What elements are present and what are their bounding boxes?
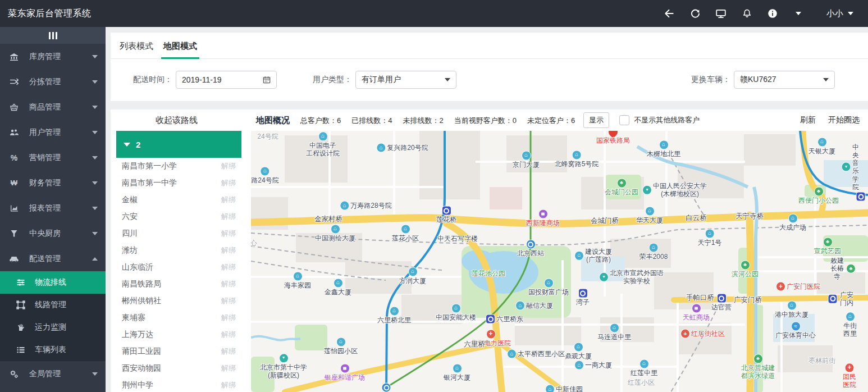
sidebar-item-users[interactable]: 用户管理 [0,120,106,145]
central-kitchen-icon [9,229,19,239]
bell-icon[interactable] [741,8,752,19]
unbind-button[interactable]: 解绑 [221,380,236,390]
customer-row: 郴州供销社解绑 [116,293,241,309]
user-type-label: 用户类型： [313,75,352,85]
unbind-button[interactable]: 解绑 [221,296,236,306]
map-stat: 已排线数：4 [351,116,392,125]
user-type-value: 有订单用户 [362,75,445,85]
change-vehicle-label: 更换车辆： [691,75,730,85]
unbind-button[interactable]: 解绑 [221,178,236,188]
chevron-down-icon [92,131,98,134]
start-select-button[interactable]: 开始圈选 [828,115,860,125]
customer-name: 金椒 [122,195,221,205]
chevron-down-icon [92,55,98,58]
sidebar-item-reports[interactable]: 报表管理 [0,195,106,221]
delivery-date-value: 2019-11-19 [182,75,263,84]
customer-name: 上海万达 [122,330,221,340]
delivery-date-input[interactable]: 2019-11-19 [176,71,277,89]
sidebar-item-marketing[interactable]: % 营销管理 [0,145,106,170]
unbind-button[interactable]: 解绑 [221,212,236,222]
customer-row: 柬埔寨解绑 [116,309,241,326]
content-toolbar: 收起该路线 地图概况 总客户数：6已排线数：4未排线数：2当前视野客户数：0未定… [111,110,868,131]
unbind-button[interactable]: 解绑 [221,229,236,239]
customer-list: 南昌市第一小学解绑南昌市第一中学解绑金椒解绑六安解绑四川解绑潍坊解绑山东临沂解绑… [111,158,243,392]
customer-row: 南昌市第一小学解绑 [116,158,241,175]
sidebar-item-line-management[interactable]: 线路管理 [0,294,106,316]
map-canvas[interactable]: 24号院中国电子 工程设计院复兴路20号院路24号院万寿路28号院金家村桥莲花桥… [251,131,868,392]
customer-name: 郴州供销社 [122,296,221,306]
app-title: 菜东家后台管理系统 [8,8,92,20]
sidebar-menu: 库房管理 分拣管理 商品管理 用户管理 % 营销管理 ₩ 财务管理 报表管理 中… [0,44,106,386]
unbind-button[interactable]: 解绑 [221,347,236,357]
unbind-button[interactable]: 解绑 [221,245,236,256]
unbind-button[interactable]: 解绑 [221,330,236,340]
refresh-map-button[interactable]: 刷新 [800,115,816,125]
user-type-select[interactable]: 有订单用户 [355,71,456,89]
unbind-button[interactable]: 解绑 [221,161,236,171]
sidebar-item-capacity-monitor[interactable]: 运力监测 [0,316,106,339]
sidebar-item-warehouse[interactable]: 库房管理 [0,44,106,69]
customer-row: 荆州中学解绑 [116,377,241,392]
tab-map-mode[interactable]: 地图模式 [161,41,199,58]
route-group-header[interactable]: 2 [116,131,241,158]
customer-name: 山东临沂 [122,262,221,272]
delivery-date-label: 配送时间： [133,75,172,85]
delivery-submenu: 物流排线 线路管理 运力监测 车辆列表 [0,271,106,361]
show-button[interactable]: 显示 [583,112,609,128]
map-stat: 总客户数：6 [300,116,341,125]
calendar-icon [263,76,271,84]
customer-name: 潍坊 [122,245,221,256]
chevron-down-icon [848,12,853,15]
monitor-icon[interactable] [715,8,727,19]
customer-row: 六安解绑 [116,208,241,225]
customer-row: 南昌市第一中学解绑 [116,175,241,192]
view-mode-tabs: 列表模式 地图模式 [111,33,868,59]
route-panel: 2 南昌市第一小学解绑南昌市第一中学解绑金椒解绑六安解绑四川解绑潍坊解绑山东临沂… [111,131,243,392]
chevron-down-icon [92,80,98,84]
chevron-down-icon [124,143,130,147]
customer-row: 金椒解绑 [116,192,241,208]
sidebar-item-delivery[interactable]: 配送管理 [0,246,106,271]
refresh-icon[interactable] [689,8,701,19]
line-management-icon [16,300,26,310]
back-arrow-icon[interactable] [664,8,675,19]
customer-row: 莆田工业园解绑 [116,343,241,360]
unbind-button[interactable]: 解绑 [221,195,236,205]
chevron-up-icon [92,257,98,261]
hide-other-routes-checkbox[interactable] [619,115,629,125]
delivery-icon [9,254,19,264]
sidebar-item-sorting[interactable]: 分拣管理 [0,69,106,94]
chevron-down-icon [92,207,98,210]
map-stat: 未排线数：2 [403,116,443,125]
sidebar-item-vehicle-list[interactable]: 车辆列表 [0,339,106,361]
sidebar-item-finance[interactable]: ₩ 财务管理 [0,170,106,195]
chevron-down-icon [92,156,98,159]
sidebar-item-global[interactable]: 全局管理 [0,361,106,386]
change-vehicle-value: 赣KU7627 [740,75,823,85]
chevron-down-icon [823,78,829,81]
customer-name: 莆田工业园 [122,347,221,357]
warehouse-icon [9,52,19,62]
unbind-button[interactable]: 解绑 [221,262,236,272]
collapse-route-button[interactable]: 收起该路线 [111,115,243,126]
tab-list-mode[interactable]: 列表模式 [117,41,156,58]
info-icon[interactable] [767,8,778,19]
unbind-button[interactable]: 解绑 [221,363,236,373]
marketing-icon: % [9,153,19,163]
top-header: 菜东家后台管理系统 小小 [0,0,868,27]
filter-row: 配送时间： 2019-11-19 用户类型： 有订单用户 更换车辆： 赣KU76… [111,69,868,91]
sidebar-item-central-kitchen[interactable]: 中央厨房 [0,221,106,246]
customer-name: 四川 [122,229,221,239]
chevron-down-icon[interactable] [793,8,804,19]
unbind-button[interactable]: 解绑 [221,279,236,289]
change-vehicle-select[interactable]: 赣KU7627 [734,71,835,89]
content-card: 收起该路线 地图概况 总客户数：6已排线数：4未排线数：2当前视野客户数：0未定… [111,110,868,392]
sidebar-collapse-button[interactable] [0,27,106,44]
sidebar-item-goods[interactable]: 商品管理 [0,94,106,120]
user-menu[interactable]: 小小 [826,8,853,19]
customer-row: 西安动物园解绑 [116,360,241,377]
sidebar-item-logistics-routing[interactable]: 物流排线 [0,271,106,294]
unbind-button[interactable]: 解绑 [221,313,236,323]
vehicle-list-icon [16,345,26,355]
user-name: 小小 [826,8,843,19]
